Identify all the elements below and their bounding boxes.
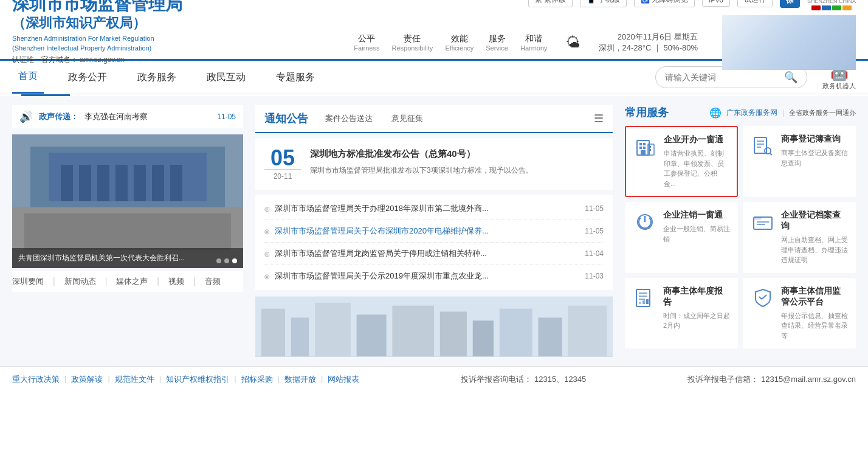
svg-rect-29 [641,150,646,155]
globe-icon: 🌐 [709,107,722,119]
logo-subtitle: （深圳市知识产权局） [12,14,207,32]
notice-text-3[interactable]: 深圳市市场监督管理局龙岗监管局关于停用或注销相关特种... [275,248,568,259]
notice-item-1: ◎ 深圳市市场监督管理局关于办理2018年深圳市第二批境外商... 11-05 [264,198,604,220]
service-icon-power [633,210,657,234]
notice-featured[interactable]: 05 20-11 深圳地方标准批准发布公告（总第40号） 深圳市市场监督管理局批… [255,138,613,190]
notice-featured-desc: 深圳市市场监督管理局批准发布以下3项深圳地方标准，现予以公告。 [310,165,604,176]
shield-icon-svg [752,287,774,309]
sub-nav: 深圳要闻 | 新闻动态 | 媒体之声 | 视频 | 音频 [12,271,243,292]
footer-link-policy[interactable]: 重大行政决策 [12,374,60,385]
svg-rect-49 [642,300,645,304]
news-image: 共青团深圳市场监督局机关第一次代表大会胜利召... [12,134,243,268]
svg-rect-18 [392,306,434,356]
service-icon-shield [751,286,775,310]
service-icon-search-doc [751,134,775,158]
nav-home[interactable]: 首页 [12,61,44,94]
footer-link-regulations[interactable]: 规范性文件 [115,374,154,385]
weather-icon: 🌤 [566,34,580,51]
sub-nav-news-dynamics[interactable]: 新闻动态 [64,276,96,287]
notice-featured-content: 深圳地方标准批准发布公告（总第40号） 深圳市市场监督管理局批准发布以下3项深圳… [310,147,604,181]
notice-text-4[interactable]: 深圳市市场监督管理局关于公示2019年度深圳市重点农业龙... [275,271,568,282]
service-name-archive-query: 企业登记档案查询 [781,210,848,232]
svg-line-52 [762,295,766,299]
gd-service-link[interactable]: 广东政务服务网 [726,108,777,118]
notice-text-2[interactable]: 深圳市市场监督管理局关于公布深圳市2020年电梯维护保养... [275,226,568,237]
news-ticker: 🔊 政声传递： 李克强在河南考察 11-05 [12,105,243,128]
svg-rect-50 [646,299,649,304]
news-caption: 共青团深圳市场监督局机关第一次代表大会胜利召... [12,248,243,268]
bullet-1: ◎ [264,206,270,212]
building-icon-svg [635,136,656,158]
notice-text-1[interactable]: 深圳市市场监督管理局关于办理2018年深圳市第二批境外商... [275,203,568,214]
dot-3[interactable] [232,258,237,263]
svg-rect-23 [568,306,607,356]
header: 深圳市市场监督管理局 （深圳市知识产权局） Shenzhen Administr… [0,0,868,61]
service-info-archive-query: 企业登记档案查询 网上自助查档、网上受理申请查档、办理违法违规证明 [781,210,848,265]
notice-title: 通知公告 [264,111,308,126]
dot-2[interactable] [224,258,229,263]
all-service-link[interactable]: 全省政务服务一网通办 [789,108,856,117]
service-card-annual-report[interactable]: 商事主体年度报告 时间：成立周年之日起2月内 [625,278,738,349]
sub-nav-media[interactable]: 媒体之声 [116,276,148,287]
shenzhen-flag [811,5,852,10]
search-doc-icon-svg [752,135,774,157]
svg-rect-14 [261,309,285,356]
notice-tab-opinion[interactable]: 意见征集 [387,111,428,126]
svg-rect-6 [97,165,109,201]
sub-nav-audio[interactable]: 音频 [205,276,221,287]
footer-link-bid[interactable]: 招标采购 [241,374,273,385]
user-btn[interactable]: 徐 [780,0,800,8]
ipv6-btn[interactable]: IPv6 [702,0,730,7]
service-card-enterprise-open[interactable]: 企业开办一窗通 申请营业执照、刻制印章、申领发票、员工参保登记、公积金... [625,126,738,197]
svg-rect-21 [500,309,532,356]
service-desc-archive-query: 网上自助查档、网上受理申请查档、办理违法违规证明 [781,235,848,265]
notice-date-1: 11-05 [573,204,604,213]
service-card-business-query[interactable]: 商事登记簿查询 商事主体登记及备案信息查询 [743,126,856,197]
footer-link-ip[interactable]: 知识产权维权指引 [166,374,229,385]
service-info-enterprise-open: 企业开办一窗通 申请营业执照、刻制印章、申领发票、员工参保登记、公积金... [664,134,729,189]
notice-tab-announcement[interactable]: 案件公告送达 [320,111,377,126]
notice-featured-title[interactable]: 深圳地方标准批准发布公告（总第40号） [310,147,604,160]
notice-menu-icon[interactable]: ☰ [594,112,604,125]
values-weather: 公平 Fairness 责任 Responsibility 效能 Efficie… [354,15,856,70]
svg-rect-31 [649,146,651,148]
accessible-btn[interactable]: ♿ 无障碍浏览 [634,0,695,7]
nav-politics-open[interactable]: 政务公开 [62,62,113,93]
trial-btn[interactable]: 试运行 [737,0,773,7]
service-name-enterprise-open: 企业开办一窗通 [664,134,729,145]
middle-panel: 通知公告 案件公告送达 意见征集 ☰ 05 20-11 深圳地方标准批准发布公告… [255,105,613,357]
mobile-btn[interactable]: 📱 手机版 [580,0,626,7]
service-info-business-query: 商事登记簿查询 商事主体登记及备案信息查询 [781,134,848,168]
service-name-credit-platform: 商事主体信用监管公示平台 [781,286,848,308]
svg-rect-19 [440,312,467,357]
svg-rect-12 [24,213,231,250]
dot-1[interactable] [216,258,221,263]
notice-date-2: 11-05 [573,227,604,235]
service-card-archive-query[interactable]: 企业登记档案查询 网上自助查档、网上受理申请查档、办理违法违规证明 [743,202,856,273]
service-card-enterprise-cancel[interactable]: 企业注销一窗通 企业一般注销、简易注销 [625,202,738,273]
traditional-btn[interactable]: 繁 繁体版 [528,0,573,7]
main-content: 🔊 政声传递： 李克强在河南考察 11-05 [0,96,868,366]
shenzhen-logo: 深圳政务在线 SHENZHEN CHINA [807,0,856,10]
notice-item-4: ◎ 深圳市市场监督管理局关于公示2019年度深圳市重点农业龙... 11-03 [264,265,604,287]
shenzhen-en: SHENZHEN CHINA [807,0,856,4]
footer-links: 重大行政决策 | 政策解读 | 规范性文件 | 知识产权维权指引 | 招标采购 … [12,374,359,385]
value-harmony: 和谐 Harmony [520,33,548,52]
footer-link-interpret[interactable]: 政策解读 [71,374,103,385]
value-service: 服务 Service [486,33,508,52]
sub-nav-shenzhen-news[interactable]: 深圳要闻 [12,276,44,287]
search-input[interactable] [665,72,784,82]
nav-politics-service[interactable]: 政务服务 [131,62,182,93]
footer-link-data[interactable]: 数据开放 [284,374,316,385]
service-name-business-query: 商事登记簿查询 [781,134,848,145]
svg-line-38 [770,153,772,155]
service-card-credit-platform[interactable]: 商事主体信用监管公示平台 年报公示信息、抽查检查结果、经营异常名录等 [743,278,856,349]
svg-rect-9 [152,165,164,201]
bullet-4: ◎ [264,273,270,280]
footer-link-report[interactable]: 网站报表 [328,374,359,385]
svg-rect-25 [639,143,642,145]
sub-nav-video[interactable]: 视频 [168,276,184,287]
search-icon[interactable]: 🔍 [784,71,797,84]
ticker-icon: 🔊 [19,110,33,123]
service-title: 常用服务 [625,105,669,120]
